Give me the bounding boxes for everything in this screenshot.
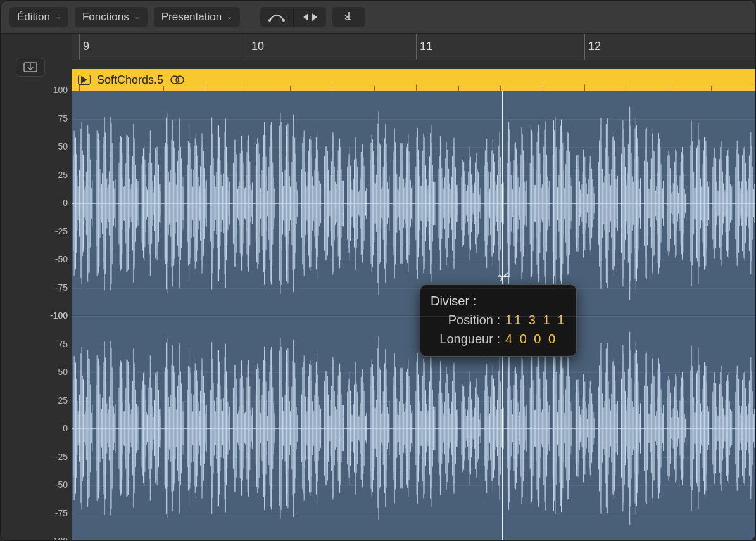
svg-point-4 — [176, 76, 184, 84]
chevron-down-icon: ⌄ — [227, 13, 232, 21]
functions-menu-button[interactable]: Fonctions ⌄ — [75, 7, 148, 27]
amplitude-scale-label: 75 — [4, 339, 68, 349]
bar-ruler[interactable]: 9101112 — [72, 34, 755, 60]
left-gutter: 1007550250-25-50-75-1001007550250-25-50-… — [1, 34, 72, 540]
amplitude-scale-label: -50 — [4, 480, 68, 490]
ruler-bar-number: 11 — [420, 40, 432, 53]
svg-point-0 — [268, 19, 271, 22]
ruler-bar-number: 12 — [588, 40, 601, 53]
audio-editor-root: Édition ⌄ Fonctions ⌄ Présentation ⌄ — [0, 0, 756, 541]
stereo-icon — [170, 75, 185, 85]
tooltip-position-value: 11 3 1 1 — [505, 310, 566, 329]
catch-playhead-button[interactable] — [332, 7, 365, 27]
inspector-toggle-button[interactable] — [16, 58, 45, 77]
edit-menu-label: Édition — [17, 11, 50, 23]
flex-button[interactable] — [293, 7, 326, 27]
automation-curve-button[interactable] — [260, 7, 293, 27]
amplitude-scale-label: 75 — [4, 113, 68, 124]
amplitude-scale-label: -25 — [4, 226, 68, 236]
editor-toolbar: Édition ⌄ Fonctions ⌄ Présentation ⌄ — [1, 1, 755, 34]
functions-menu-label: Fonctions — [82, 11, 129, 23]
amplitude-scale-label: -25 — [4, 452, 68, 462]
curve-icon — [268, 12, 285, 22]
amplitude-scale-label: 0 — [4, 198, 68, 208]
amplitude-scale-label: 100 — [4, 310, 68, 321]
ruler-bar-number: 10 — [251, 40, 264, 53]
ruler-bar-number: 9 — [83, 40, 89, 53]
split-tooltip: Diviser : Position : 11 3 1 1 Longueur :… — [420, 284, 577, 357]
amplitude-scale-label: -100 — [4, 536, 68, 541]
amplitude-scale-label: 50 — [4, 141, 68, 151]
waveform-area[interactable]: ✂ Diviser : Position : 11 3 1 1 Longueur… — [72, 91, 755, 540]
region-play-icon — [78, 75, 91, 85]
tooltip-length-value: 4 0 0 0 — [505, 329, 557, 348]
amplitude-scale-label: 25 — [4, 395, 68, 405]
svg-point-1 — [282, 19, 285, 22]
view-menu-button[interactable]: Présentation ⌄ — [154, 7, 240, 27]
amplitude-scale-label: -50 — [4, 254, 68, 264]
playhead-snap-icon — [343, 11, 355, 23]
amplitude-scale-label: 0 — [4, 423, 68, 433]
tooltip-length-label: Longueur : — [431, 329, 500, 348]
editor-body: 1007550250-25-50-75-1001007550250-25-50-… — [1, 34, 755, 540]
flex-icon — [302, 12, 318, 22]
region-header[interactable]: SoftChords.5 — [72, 69, 755, 91]
tooltip-position-label: Position : — [431, 310, 500, 329]
chevron-down-icon: ⌄ — [55, 13, 61, 21]
amplitude-scale-label: 50 — [4, 367, 68, 377]
edit-menu-button[interactable]: Édition ⌄ — [9, 7, 68, 27]
tooltip-title: Diviser : — [431, 291, 566, 310]
chevron-down-icon: ⌄ — [134, 13, 140, 21]
tool-mode-toggle — [260, 7, 326, 27]
inspector-icon — [23, 62, 37, 72]
amplitude-scale-label: -75 — [4, 283, 68, 293]
view-menu-label: Présentation — [161, 11, 222, 23]
amplitude-scale-label: -75 — [4, 508, 68, 518]
amplitude-scale-label: 100 — [4, 85, 68, 95]
waveform-channel-right — [72, 315, 755, 540]
amplitude-scale-label: 25 — [4, 170, 68, 180]
